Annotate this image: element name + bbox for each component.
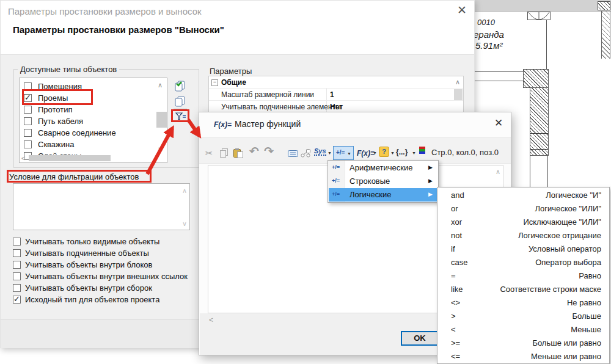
property-group-header-row[interactable]: − Общие ∧ xyxy=(209,76,463,89)
main-dialog-title: Параметры простановки размеров и выносок xyxy=(8,6,202,16)
submenu-item-case[interactable]: case Оператор выбора xyxy=(437,256,609,269)
menu-item-label: Арифметические xyxy=(349,163,413,172)
submenu-item-greater-or-equal[interactable]: >= Больше или равно xyxy=(437,337,609,350)
chevron-left-icon[interactable]: < xyxy=(209,317,213,323)
object-link-icon[interactable] xyxy=(301,148,311,158)
operator-description: Исключающее "ИЛИ" xyxy=(523,217,601,227)
object-type-row[interactable]: Скважина xyxy=(24,139,158,150)
object-type-checkbox[interactable] xyxy=(24,140,32,148)
cad-wall-division-line xyxy=(530,133,548,134)
cut-icon[interactable]: ✂ xyxy=(205,148,213,159)
property-name: Учитывать подчиненные элементы xyxy=(221,103,341,111)
option-label: Учитывать объекты внутри внешних ссылок xyxy=(25,272,188,281)
submenu-item-and[interactable]: and Логическое "И" xyxy=(437,189,609,202)
chevron-up-icon[interactable]: ∧ xyxy=(496,169,500,175)
option-row[interactable]: Учитывать объекты внутри внешних ссылок xyxy=(13,271,188,281)
object-type-checkbox[interactable] xyxy=(24,129,32,137)
option-checkbox[interactable] xyxy=(13,296,21,304)
object-type-row[interactable]: Прототип xyxy=(24,104,158,115)
redo-icon[interactable]: ↷ xyxy=(264,144,274,158)
chevron-left-icon[interactable]: < xyxy=(21,155,25,161)
submenu-item-greater[interactable]: > Больше xyxy=(437,310,609,323)
submenu-arrow-icon: ▶ xyxy=(428,178,433,184)
braces-button[interactable]: {...} xyxy=(396,148,408,156)
main-dialog-close-icon[interactable]: ✕ xyxy=(454,2,470,18)
parameters-property-grid: − Общие ∧ Масштаб размерной линии 1 Учит… xyxy=(208,76,464,113)
submenu-item-not[interactable]: not Логическое отрицание xyxy=(437,229,609,242)
menu-item-string[interactable]: +/= Строковые ▶ xyxy=(329,175,437,188)
object-type-checkbox[interactable] xyxy=(24,106,32,114)
option-checkbox[interactable] xyxy=(13,249,21,257)
operator-name: xor xyxy=(451,217,462,227)
option-row[interactable]: Учитывать объекты внутри сборок xyxy=(13,283,152,293)
operators-menu-button[interactable]: +/= ▼ xyxy=(333,146,354,160)
ok-button[interactable]: OK xyxy=(401,331,439,346)
submenu-item-if[interactable]: if Условный оператор xyxy=(437,242,609,256)
chevron-up-icon[interactable]: ∧ xyxy=(158,82,163,88)
filter-condition-textarea[interactable]: ∧ ∨ xyxy=(13,183,190,230)
check-all-types-icon[interactable] xyxy=(173,79,186,93)
color-stripes-icon[interactable] xyxy=(419,147,425,154)
option-row[interactable]: Учитывать объекты внутри блоков xyxy=(13,260,152,269)
operator-description: Меньше или равно xyxy=(531,352,601,361)
highlight-box-proemy xyxy=(22,89,93,105)
cad-wall-division-line xyxy=(530,149,548,150)
option-checkbox[interactable] xyxy=(13,261,21,269)
screenshot-canvas: 0010 еранда 5.91м² Параметры простановки… xyxy=(0,0,611,364)
chevron-down-icon[interactable]: ∨ xyxy=(182,220,187,227)
object-type-row[interactable]: Путь кабеля xyxy=(24,115,158,127)
functions-menu-button[interactable]: F(x)= xyxy=(357,149,375,158)
copy-icon[interactable] xyxy=(219,148,229,158)
object-type-row[interactable]: Сварное соединение xyxy=(24,127,158,139)
cursor-position-status: Стр.0, кол.0, поз.0 xyxy=(431,148,499,157)
undo-icon[interactable]: ↶ xyxy=(249,144,259,158)
property-value[interactable]: 1 xyxy=(330,90,334,99)
vertical-scrollbar-thumb[interactable] xyxy=(156,112,167,128)
uncheck-all-types-icon[interactable] xyxy=(173,95,186,108)
submenu-item-equals[interactable]: = Равно xyxy=(437,269,609,283)
cad-wall-edge-line xyxy=(547,155,548,187)
operator-name: or xyxy=(451,204,458,213)
paste-icon[interactable] xyxy=(233,148,244,159)
option-row[interactable]: Исходный тип для объектов проекта xyxy=(13,294,159,304)
menu-item-arithmetic[interactable]: +/= Арифметические ▶ xyxy=(329,161,437,175)
option-checkbox[interactable] xyxy=(13,272,21,280)
property-group-header: Общие xyxy=(221,78,246,87)
function-wizard-close-icon[interactable]: ✕ xyxy=(491,116,506,131)
chevron-down-icon[interactable]: ∨ xyxy=(158,146,163,152)
submenu-item-not-equal[interactable]: <> Не равно xyxy=(437,296,609,310)
property-row[interactable]: Учитывать подчиненные элементы Нет xyxy=(209,101,463,112)
submenu-item-less[interactable]: < Меньше xyxy=(437,323,609,337)
chevron-down-icon[interactable]: ▼ xyxy=(412,151,416,155)
sys-variables-button[interactable]: Sys xyxy=(314,147,326,156)
cad-right-wall xyxy=(601,11,610,59)
collapse-group-icon[interactable]: − xyxy=(211,79,218,86)
help-functions-icon[interactable]: ? xyxy=(379,147,389,157)
field-icon[interactable] xyxy=(288,150,298,157)
chevron-up-icon[interactable]: ∧ xyxy=(182,187,187,194)
submenu-item-xor[interactable]: xor Исключающее "ИЛИ" xyxy=(437,216,609,229)
cad-window-line xyxy=(475,71,524,72)
option-row[interactable]: Учитывать подчиненные объекты xyxy=(13,248,149,258)
submenu-item-like[interactable]: like Соответствие строки маске xyxy=(437,283,609,296)
option-checkbox[interactable] xyxy=(13,284,21,292)
horizontal-scrollbar-thumb[interactable] xyxy=(29,155,111,161)
operators-icon: +/= xyxy=(332,178,340,184)
submenu-item-or[interactable]: or Логическое "ИЛИ" xyxy=(437,202,609,216)
menu-item-logical[interactable]: +/= Логические ▶ xyxy=(329,188,437,202)
chevron-down-icon[interactable]: ▼ xyxy=(327,151,332,155)
operator-name: not xyxy=(451,231,462,240)
property-grid-scrollbar-thumb[interactable] xyxy=(454,89,463,100)
option-row[interactable]: Учитывать только видимые объекты xyxy=(13,236,159,246)
chevron-up-icon[interactable]: ∧ xyxy=(455,79,460,85)
object-type-checkbox[interactable] xyxy=(24,117,32,125)
cad-wall-hatch-b xyxy=(530,87,549,156)
chevron-down-icon[interactable]: ▼ xyxy=(373,151,377,155)
highlight-box-filter-icon xyxy=(171,109,189,122)
chevron-down-icon[interactable]: ▼ xyxy=(390,151,395,155)
property-row[interactable]: Масштаб размерной линии 1 xyxy=(209,89,463,101)
option-label: Учитывать объекты внутри сборок xyxy=(25,283,152,293)
submenu-item-less-or-equal[interactable]: <= Меньше или равно xyxy=(437,350,609,363)
property-value[interactable]: Нет xyxy=(330,103,343,111)
option-checkbox[interactable] xyxy=(13,238,21,246)
